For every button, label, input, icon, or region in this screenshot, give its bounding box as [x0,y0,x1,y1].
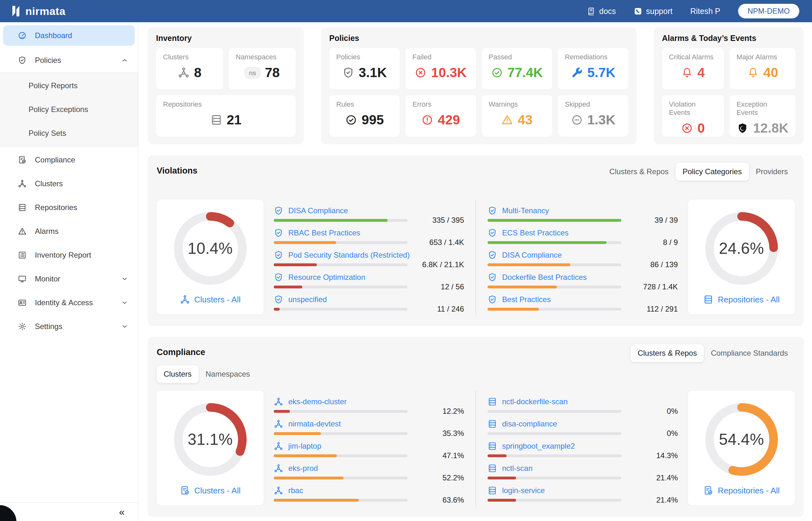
shield-check-icon [274,250,283,260]
policy-category-row-link[interactable]: Multi-Tenancy [502,206,549,215]
progress-track [274,286,408,289]
sidebar-item-clusters[interactable]: Clusters [0,172,138,196]
stat-warnings[interactable]: Warnings 43 [482,95,552,137]
main-content: Inventory Clusters 8Namespaces ns78Repos… [138,22,812,521]
violations-tab-providers[interactable]: Providers [749,163,795,181]
sidebar-subitem-policy-reports[interactable]: Policy Reports [0,74,138,97]
policy-category-row-link[interactable]: ECS Best Practices [502,228,569,237]
cluster-row: rbac 63.6% [274,485,464,503]
stat-namespaces[interactable]: Namespaces ns78 [229,48,296,89]
stat-exception-events[interactable]: Exception Events 12.8K [729,95,795,137]
policy-category-row-link[interactable]: Pod Security Standards (Restricted) [288,251,410,259]
compliance-scope-tab-namespaces[interactable]: Namespaces [199,365,257,383]
sidebar-item-inventory-report[interactable]: Inventory Report [0,243,138,267]
shield-check-icon [488,295,497,304]
donut-scope-link[interactable]: Repositories - All [703,485,780,496]
compliance-tab-compliance-standards[interactable]: Compliance Standards [704,344,795,362]
stat-label: Skipped [565,100,621,109]
stat-value: 77.4K [508,65,543,80]
circle-x-icon [681,122,693,134]
nirmata-logo[interactable]: nirmata [9,4,65,18]
donut-scope-link[interactable]: Clusters - All [180,294,241,304]
cluster-row-link[interactable]: eks-prod [288,464,318,473]
sidebar-item-settings[interactable]: Settings [0,314,138,338]
donut-chart: 31.1% [171,401,249,478]
compliance-tab-clusters-repos[interactable]: Clusters & Repos [631,344,704,362]
stat-skipped[interactable]: Skipped 1.3K [558,95,628,137]
sidebar-submenu: Policy ReportsPolicy ExceptionsPolicy Se… [0,72,138,146]
sidebar-subitem-policy-sets[interactable]: Policy Sets [0,121,138,145]
policy-category-row-link[interactable]: DISA Compliance [288,206,348,215]
stat-errors[interactable]: Errors 429 [405,95,476,137]
policy-category-row: Multi-Tenancy 39 / 39 [488,205,678,223]
stat-major-alarms[interactable]: Major Alarms 40 [729,48,795,89]
compliance-cluster-list: eks-demo-cluster 12.2% nirmata-devtest 3… [274,391,464,507]
violations-tab-policy-categories[interactable]: Policy Categories [676,163,749,181]
repo-row-link[interactable]: login-service [502,486,545,495]
cluster-row-link[interactable]: rbac [288,486,303,495]
policy-category-row-link[interactable]: unspecified [288,295,327,304]
repo-row-value: 21.4% [630,473,678,482]
stat-policies[interactable]: Policies 3.1K [329,48,400,89]
repo-row-link[interactable]: disa-compliance [502,420,557,428]
repo-row-value: 0% [630,429,678,438]
cluster-row-link[interactable]: nirmata-devtest [288,420,341,428]
docs-link[interactable]: docs [587,7,616,16]
environment-badge[interactable]: NPM-DEMO [738,4,799,18]
policy-category-row-link[interactable]: RBAC Best Practices [288,228,360,237]
user-menu[interactable]: Ritesh P [690,7,720,16]
compliance-scope-tab-clusters[interactable]: Clusters [157,365,199,383]
alarms-title: Alarms & Today’s Events [662,33,795,43]
cluster-row-link[interactable]: jim-laptop [288,442,321,451]
stat-rules[interactable]: Rules 995 [329,95,400,137]
donut-percentage: 54.4% [702,401,781,478]
sidebar-item-alarms[interactable]: Alarms [0,219,138,243]
repo-row-link[interactable]: springboot_example2 [502,442,575,451]
shield-check-icon [488,228,497,237]
sidebar-collapse-button[interactable]: « [0,503,138,521]
policy-category-row-link[interactable]: Resource Optimization [288,273,365,282]
stat-violation-events[interactable]: Violation Events 0 [662,95,724,137]
stat-critical-alarms[interactable]: Critical Alarms 4 [662,48,724,89]
repo-row-link[interactable]: nctl-dockerfile-scan [502,397,568,406]
gear-icon [18,322,27,331]
stat-label: Violation Events [669,100,717,117]
chevron-up-icon [121,56,129,64]
circle-exclam-icon [421,114,433,126]
compliance-doc-icon [18,156,27,164]
progress-fill [274,286,302,289]
policy-category-row-link[interactable]: DISA Compliance [502,251,562,259]
sidebar-item-compliance[interactable]: Compliance [0,148,138,172]
cluster-row: nirmata-devtest 35.3% [274,418,464,437]
progress-track [488,454,621,457]
circle-minus-icon [571,114,583,126]
policy-category-row-link[interactable]: Best Practices [502,295,551,304]
stat-value: 4 [697,65,705,80]
stat-remediations[interactable]: Remediations 5.7K [558,48,628,89]
stat-repositories[interactable]: Repositories 21 [156,95,296,137]
policy-category-row: DISA Compliance 86 / 139 [488,250,678,268]
stat-label: Major Alarms [737,53,789,61]
sidebar-item-monitor[interactable]: Monitor [0,267,138,291]
sidebar-item-identity-access[interactable]: Identity & Access [0,291,138,314]
violations-tab-clusters-repos[interactable]: Clusters & Repos [602,163,676,181]
sidebar-item-repositories[interactable]: Repositories [0,196,138,219]
docs-label: docs [599,7,616,16]
summary-row: Inventory Clusters 8Namespaces ns78Repos… [148,27,804,144]
sidebar-item-dashboard[interactable]: Dashboard [3,25,135,46]
stat-value: 995 [362,112,384,128]
stat-passed[interactable]: Passed 77.4K [482,48,552,89]
cluster-row-link[interactable]: eks-demo-cluster [288,397,347,406]
support-link[interactable]: support [634,7,672,16]
repo-row-link[interactable]: nctl-scan [502,464,533,473]
sidebar-item-policies[interactable]: Policies [0,48,138,72]
donut-scope-link[interactable]: Clusters - All [180,485,241,496]
compliance-clusters-donut-card: 31.1% Clusters - All [157,391,263,505]
policy-category-row-value: 653 / 1.4K [416,238,464,247]
donut-scope-link[interactable]: Repositories - All [703,294,780,304]
sidebar-subitem-policy-exceptions[interactable]: Policy Exceptions [0,97,138,121]
policy-category-row-link[interactable]: Dockerfile Best Practices [502,273,587,282]
stat-failed[interactable]: Failed 10.3K [405,48,476,89]
progress-fill [274,454,337,457]
stat-clusters[interactable]: Clusters 8 [156,48,223,89]
